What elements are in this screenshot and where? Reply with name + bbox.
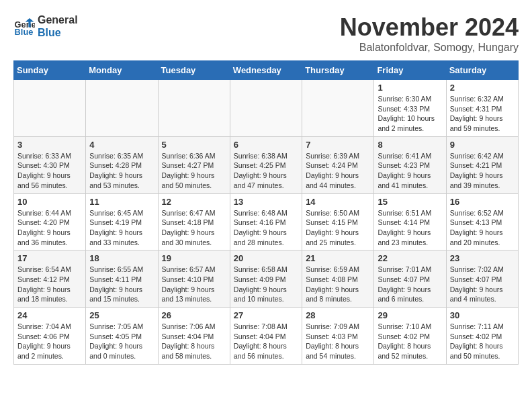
calendar-cell: 14Sunrise: 6:50 AMSunset: 4:15 PMDayligh… [302,193,374,250]
day-number: 24 [17,310,82,320]
day-info: Sunrise: 6:57 AM [162,265,226,275]
day-info: and 44 minutes. [306,181,370,191]
day-info: Daylight: 9 hours [162,171,226,181]
day-number: 3 [17,140,82,150]
calendar-cell: 18Sunrise: 6:55 AMSunset: 4:11 PMDayligh… [86,250,158,308]
calendar-cell [230,80,302,137]
day-info: Sunrise: 6:55 AM [89,265,154,275]
logo-blue-text: Blue [38,26,78,39]
day-info: Daylight: 9 hours [306,171,370,181]
day-info: Sunrise: 7:09 AM [306,322,370,332]
day-info: and 18 minutes. [17,294,82,304]
day-info: Sunrise: 6:54 AM [17,265,82,275]
calendar-cell: 23Sunrise: 7:02 AMSunset: 4:07 PMDayligh… [446,250,518,308]
day-info: Sunset: 4:07 PM [450,275,515,285]
calendar-cell: 4Sunrise: 6:35 AMSunset: 4:28 PMDaylight… [86,136,158,193]
day-info: Sunset: 4:10 PM [162,275,226,285]
day-info: and 4 minutes. [450,294,515,304]
header-cell-tuesday: Tuesday [158,61,230,80]
day-info: Daylight: 9 hours [234,285,298,295]
day-info: Sunrise: 7:01 AM [378,265,442,275]
day-number: 6 [234,140,298,150]
day-number: 23 [450,253,515,263]
day-info: Daylight: 9 hours [162,228,226,238]
day-info: and 54 minutes. [306,351,370,361]
day-info: Daylight: 9 hours [17,341,82,351]
header-cell-monday: Monday [86,61,158,80]
day-info: Daylight: 9 hours [234,171,298,181]
day-info: Daylight: 9 hours [234,228,298,238]
calendar-cell: 22Sunrise: 7:01 AMSunset: 4:07 PMDayligh… [374,250,446,308]
calendar-cell: 28Sunrise: 7:09 AMSunset: 4:03 PMDayligh… [302,308,374,365]
calendar-cell: 12Sunrise: 6:47 AMSunset: 4:18 PMDayligh… [158,193,230,250]
calendar-cell: 19Sunrise: 6:57 AMSunset: 4:10 PMDayligh… [158,250,230,308]
week-row-5: 24Sunrise: 7:04 AMSunset: 4:06 PMDayligh… [14,308,519,365]
day-number: 26 [162,310,226,320]
calendar-cell: 7Sunrise: 6:39 AMSunset: 4:24 PMDaylight… [302,136,374,193]
day-info: and 52 minutes. [378,351,442,361]
logo-general-text: General [38,13,78,26]
day-info: Sunrise: 6:41 AM [378,151,442,161]
day-info: Sunrise: 7:10 AM [378,322,442,332]
title-block: November 2024 Balatonfoldvar, Somogy, Hu… [340,13,519,54]
calendar-cell [158,80,230,137]
day-number: 27 [234,310,298,320]
day-info: and 28 minutes. [234,238,298,248]
day-info: and 6 minutes. [378,294,442,304]
day-info: and 2 minutes. [17,351,82,361]
day-info: Daylight: 9 hours [450,171,515,181]
day-info: Sunset: 4:27 PM [162,161,226,171]
day-info: Daylight: 9 hours [17,285,82,295]
day-info: and 58 minutes. [162,351,226,361]
calendar-cell: 20Sunrise: 6:58 AMSunset: 4:09 PMDayligh… [230,250,302,308]
calendar-cell [14,80,86,137]
calendar-cell: 17Sunrise: 6:54 AMSunset: 4:12 PMDayligh… [14,250,86,308]
day-info: Daylight: 9 hours [450,228,515,238]
day-info: and 23 minutes. [378,238,442,248]
day-number: 25 [89,310,154,320]
day-number: 30 [450,310,515,320]
calendar-cell: 27Sunrise: 7:08 AMSunset: 4:04 PMDayligh… [230,308,302,365]
day-info: Daylight: 9 hours [378,285,442,295]
calendar-cell: 15Sunrise: 6:51 AMSunset: 4:14 PMDayligh… [374,193,446,250]
day-info: Daylight: 9 hours [162,285,226,295]
day-info: Sunrise: 6:48 AM [234,208,298,218]
calendar-cell: 16Sunrise: 6:52 AMSunset: 4:13 PMDayligh… [446,193,518,250]
day-info: Daylight: 9 hours [378,171,442,181]
day-info: Sunrise: 6:39 AM [306,151,370,161]
calendar-cell: 8Sunrise: 6:41 AMSunset: 4:23 PMDaylight… [374,136,446,193]
month-title: November 2024 [340,13,519,42]
day-info: Sunset: 4:23 PM [378,161,442,171]
logo: General Blue General Blue [13,13,78,39]
week-row-2: 3Sunrise: 6:33 AMSunset: 4:30 PMDaylight… [14,136,519,193]
day-number: 16 [450,197,515,207]
day-info: Sunrise: 6:30 AM [378,94,442,104]
day-info: Sunset: 4:19 PM [89,218,154,228]
day-info: Sunset: 4:02 PM [378,332,442,342]
day-info: Sunset: 4:20 PM [17,218,82,228]
day-info: and 10 minutes. [234,294,298,304]
header-cell-wednesday: Wednesday [230,61,302,80]
day-info: and 2 minutes. [378,124,442,134]
calendar-cell: 24Sunrise: 7:04 AMSunset: 4:06 PMDayligh… [14,308,86,365]
header-cell-thursday: Thursday [302,61,374,80]
day-number: 29 [378,310,442,320]
day-number: 5 [162,140,226,150]
day-info: Sunrise: 7:11 AM [450,322,515,332]
calendar-cell: 1Sunrise: 6:30 AMSunset: 4:33 PMDaylight… [374,80,446,137]
day-info: Sunrise: 6:33 AM [17,151,82,161]
day-info: Sunset: 4:21 PM [450,161,515,171]
calendar-cell: 30Sunrise: 7:11 AMSunset: 4:02 PMDayligh… [446,308,518,365]
day-info: Sunrise: 6:50 AM [306,208,370,218]
week-row-1: 1Sunrise: 6:30 AMSunset: 4:33 PMDaylight… [14,80,519,137]
day-number: 14 [306,197,370,207]
day-info: Sunrise: 6:59 AM [306,265,370,275]
day-info: Daylight: 10 hours [378,113,442,124]
day-info: Daylight: 9 hours [17,171,82,181]
day-info: Sunset: 4:13 PM [450,218,515,228]
day-info: Sunset: 4:30 PM [17,161,82,171]
day-number: 7 [306,140,370,150]
day-info: Sunset: 4:25 PM [234,161,298,171]
day-info: and 47 minutes. [234,181,298,191]
day-info: Sunset: 4:02 PM [450,332,515,342]
